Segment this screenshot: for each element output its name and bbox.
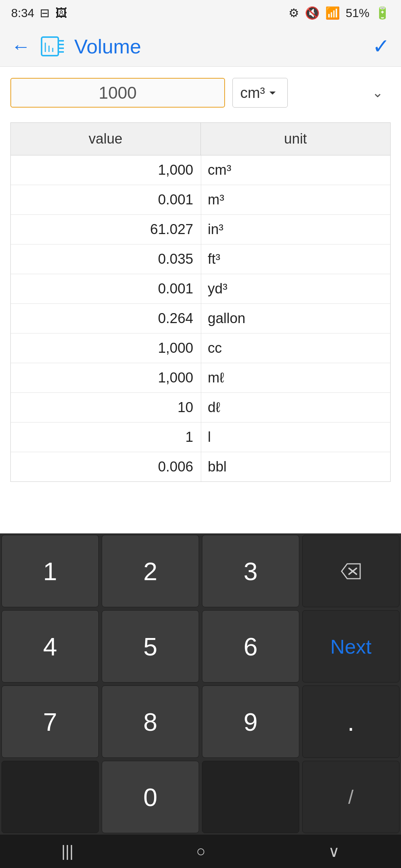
table-row: 1,000 mℓ [11, 363, 390, 393]
table-row: 0.006 bbl [11, 452, 390, 481]
svg-rect-0 [42, 37, 58, 56]
value-input[interactable] [10, 78, 225, 108]
row-value: 1,000 [11, 333, 201, 363]
next-key[interactable]: Next [302, 610, 400, 683]
table-row: 0.264 gallon [11, 304, 390, 333]
table-row: 1,000 cm³ [11, 155, 390, 185]
row-value: 1 [11, 423, 201, 452]
nav-recent-button[interactable]: ∨ [328, 842, 340, 861]
table-row: 0.001 m³ [11, 185, 390, 215]
keyboard-row-4: 0 / [0, 759, 401, 835]
svg-marker-8 [342, 564, 360, 579]
row-unit: yd³ [201, 274, 391, 303]
nav-bar: ||| ○ ∨ [0, 835, 401, 868]
back-button[interactable]: ← [11, 37, 30, 56]
row-unit: dℓ [201, 393, 391, 422]
signal-icon: 📶 [325, 6, 340, 20]
numeric-keyboard: 1 2 3 4 5 6 Next 7 8 9 . 0 / ||| ○ ∨ [0, 533, 401, 868]
table-header: value unit [11, 123, 390, 155]
row-value: 1,000 [11, 363, 201, 392]
keyboard-row-2: 4 5 6 Next [0, 609, 401, 684]
key-3[interactable]: 3 [202, 535, 299, 607]
battery-icon: 🔋 [375, 6, 390, 20]
status-time: 8:34 [11, 6, 34, 20]
status-icon2: 🖼 [55, 6, 67, 20]
key-6[interactable]: 6 [202, 610, 299, 683]
key-9[interactable]: 9 [202, 685, 299, 758]
row-value: 0.001 [11, 185, 201, 214]
row-value: 0.006 [11, 452, 201, 481]
decimal-key[interactable]: . [302, 685, 400, 758]
header-unit: unit [201, 123, 391, 155]
table-row: 1 l [11, 423, 390, 452]
row-unit: ft³ [201, 244, 391, 274]
row-value: 0.001 [11, 274, 201, 303]
slash-key[interactable]: / [302, 761, 400, 833]
table-row: 61.027 in³ [11, 215, 390, 244]
key-5[interactable]: 5 [102, 610, 199, 683]
top-bar: ← Volume ✓ [0, 26, 401, 67]
status-icon1: ⊟ [40, 6, 50, 20]
key-0[interactable]: 0 [102, 761, 199, 833]
status-right: ⚙ 🔇 📶 51% 🔋 [288, 6, 390, 20]
row-unit: m³ [201, 185, 391, 214]
status-left: 8:34 ⊟ 🖼 [11, 6, 67, 20]
row-unit: cm³ [201, 155, 391, 185]
table-row: 0.035 ft³ [11, 244, 390, 274]
row-unit: mℓ [201, 363, 391, 392]
header-value: value [11, 123, 201, 155]
nav-home-button[interactable]: ○ [196, 842, 205, 860]
table-row: 1,000 cc [11, 333, 390, 363]
row-value: 61.027 [11, 215, 201, 244]
unit-dropdown-wrapper: cm³ m³ in³ ft³ yd³ gallon cc ml dl l bbl… [232, 78, 391, 108]
row-value: 10 [11, 393, 201, 422]
row-unit: gallon [201, 304, 391, 333]
mute-icon: 🔇 [305, 6, 320, 20]
unit-select[interactable]: cm³ m³ in³ ft³ yd³ gallon cc ml dl l bbl [232, 78, 288, 108]
nav-back-button[interactable]: ||| [61, 842, 74, 860]
key-8[interactable]: 8 [102, 685, 199, 758]
key-empty-right [202, 761, 299, 833]
row-value: 0.264 [11, 304, 201, 333]
table-row: 10 dℓ [11, 393, 390, 423]
key-1[interactable]: 1 [1, 535, 99, 607]
dropdown-arrow-icon: ⌄ [372, 85, 383, 101]
key-empty-left [1, 761, 99, 833]
confirm-button[interactable]: ✓ [372, 34, 390, 58]
row-unit: bbl [201, 452, 391, 481]
conversion-table: value unit 1,000 cm³ 0.001 m³ 61.027 in³… [10, 122, 391, 482]
key-7[interactable]: 7 [1, 685, 99, 758]
key-2[interactable]: 2 [102, 535, 199, 607]
row-unit: l [201, 423, 391, 452]
content-spacer [0, 482, 401, 541]
backspace-key[interactable] [302, 535, 400, 607]
key-4[interactable]: 4 [1, 610, 99, 683]
keyboard-row-3: 7 8 9 . [0, 684, 401, 759]
row-unit: cc [201, 333, 391, 363]
status-bar: 8:34 ⊟ 🖼 ⚙ 🔇 📶 51% 🔋 [0, 0, 401, 26]
battery-text: 51% [346, 6, 369, 20]
table-row: 0.001 yd³ [11, 274, 390, 304]
row-value: 0.035 [11, 244, 201, 274]
bluetooth-icon: ⚙ [288, 6, 299, 20]
volume-icon [38, 32, 68, 61]
page-title: Volume [74, 35, 372, 58]
input-row: cm³ m³ in³ ft³ yd³ gallon cc ml dl l bbl… [0, 67, 401, 111]
row-unit: in³ [201, 215, 391, 244]
row-value: 1,000 [11, 155, 201, 185]
keyboard-row-1: 1 2 3 [0, 533, 401, 609]
